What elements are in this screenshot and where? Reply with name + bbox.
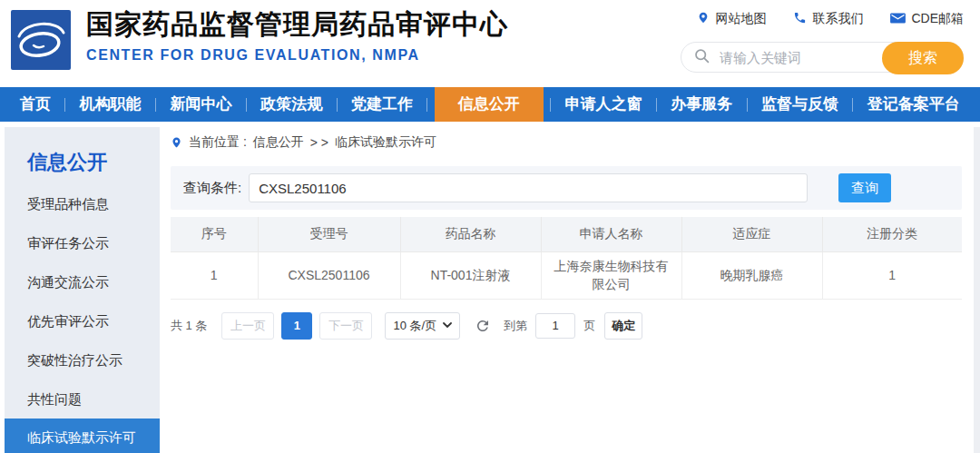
query-label: 查询条件:	[183, 180, 241, 197]
pagination-bar: 共 1 条 上一页 1 下一页 10 条/页 到第 页 确定	[171, 312, 962, 340]
nav-separator	[64, 98, 65, 112]
col-header-applicant: 申请人名称	[541, 217, 681, 251]
mail-label: CDE邮箱	[911, 11, 964, 27]
table-header-row: 序号 受理号 药品名称 申请人名称 适应症 注册分类	[171, 217, 962, 251]
content-area: 信息公开 受理品种信息 审评任务公示 沟通交流公示 优先审评公示 突破性治疗公示…	[0, 127, 980, 453]
chevron-down-icon	[443, 322, 452, 329]
goto-confirm-button[interactable]: 确定	[604, 312, 642, 340]
contact-label: 联系我们	[812, 11, 863, 27]
nav-separator	[246, 98, 247, 112]
nav-item-supervision[interactable]: 监督与反馈	[754, 87, 846, 122]
nav-separator	[852, 98, 853, 112]
goto-page-prefix: 到第	[504, 318, 527, 334]
sidebar: 信息公开 受理品种信息 审评任务公示 沟通交流公示 优先审评公示 突破性治疗公示…	[5, 127, 160, 453]
cell-seq: 1	[171, 251, 258, 299]
breadcrumb-current[interactable]: 临床试验默示许可	[335, 134, 436, 151]
nav-separator	[550, 98, 551, 112]
table-row: 1 CXSL2501106 NT-001注射液 上海奈康生物科技有限公司 晚期乳…	[171, 251, 962, 299]
breadcrumb-section[interactable]: 信息公开	[253, 134, 304, 151]
main-panel: 当前位置 : 信息公开 > > 临床试验默示许可 查询条件: 查询 序号 受理号…	[160, 127, 980, 453]
goto-page-input[interactable]	[535, 313, 575, 339]
col-header-seq: 序号	[171, 217, 258, 251]
site-search: 搜索	[681, 42, 964, 73]
nav-item-home[interactable]: 首页	[13, 87, 58, 122]
col-header-acceptance-no: 受理号	[258, 217, 400, 251]
cell-acceptance-no: CXSL2501106	[258, 251, 400, 299]
sitemap-link[interactable]: 网站地图	[697, 10, 766, 28]
search-icon	[693, 47, 710, 68]
nav-item-applicant-window[interactable]: 申请人之窗	[558, 87, 650, 122]
nav-item-services[interactable]: 办事服务	[663, 87, 740, 122]
nav-item-registration-platform[interactable]: 登记备案平台	[860, 87, 967, 122]
page-size-value: 10 条/页	[393, 318, 436, 334]
sitemap-label: 网站地图	[715, 11, 766, 27]
breadcrumb-prefix: 当前位置 :	[189, 134, 247, 151]
page-size-select[interactable]: 10 条/页	[385, 312, 460, 340]
site-title: 国家药品监督管理局药品审评中心	[86, 6, 508, 44]
cell-indication: 晚期乳腺癌	[681, 251, 822, 299]
col-header-registration-class: 注册分类	[822, 217, 962, 251]
breadcrumb: 当前位置 : 信息公开 > > 临床试验默示许可	[171, 134, 962, 151]
nav-separator	[155, 98, 156, 112]
sidebar-item-communication[interactable]: 沟通交流公示	[5, 262, 160, 301]
query-input[interactable]	[249, 173, 808, 202]
phone-icon	[793, 11, 807, 27]
cell-registration-class: 1	[822, 251, 962, 299]
site-search-button[interactable]: 搜索	[882, 42, 964, 74]
page-1-button[interactable]: 1	[281, 312, 312, 340]
query-button[interactable]: 查询	[838, 173, 891, 202]
cell-drug-name: NT-001注射液	[400, 251, 541, 299]
nav-item-policies[interactable]: 政策法规	[253, 87, 329, 122]
nav-separator	[426, 98, 427, 112]
mail-icon	[890, 12, 906, 27]
col-header-drug-name: 药品名称	[400, 217, 541, 251]
location-pin-icon	[171, 135, 182, 150]
scrollbar-track[interactable]	[974, 127, 980, 453]
nav-item-party[interactable]: 党建工作	[344, 87, 420, 122]
cell-applicant: 上海奈康生物科技有限公司	[541, 251, 681, 299]
refresh-icon[interactable]	[475, 318, 491, 334]
col-header-indication: 适应症	[681, 217, 822, 251]
main-nav: 首页 机构职能 新闻中心 政策法规 党建工作 信息公开 申请人之窗 办事服务 监…	[0, 87, 980, 122]
nav-item-news[interactable]: 新闻中心	[163, 87, 240, 122]
nav-item-info-disclosure[interactable]: 信息公开	[435, 87, 544, 122]
pagination-total: 共 1 条	[171, 318, 207, 334]
nav-separator	[337, 98, 338, 112]
nav-item-functions[interactable]: 机构职能	[73, 87, 149, 122]
next-page-button[interactable]: 下一页	[319, 312, 372, 340]
query-panel: 查询条件: 查询	[171, 166, 962, 210]
sidebar-item-priority-review[interactable]: 优先审评公示	[5, 301, 160, 340]
sidebar-item-breakthrough-therapy[interactable]: 突破性治疗公示	[5, 340, 160, 379]
prev-page-button[interactable]: 上一页	[221, 312, 274, 340]
breadcrumb-separator: > >	[310, 135, 328, 150]
results-table: 序号 受理号 药品名称 申请人名称 适应症 注册分类 1 CXSL2501106…	[171, 217, 962, 300]
cde-logo	[11, 10, 71, 70]
sidebar-title: 信息公开	[5, 127, 160, 184]
sidebar-item-common-issues[interactable]: 共性问题	[5, 379, 160, 419]
sidebar-item-clinical-trial-implied-license[interactable]: 临床试验默示许可	[5, 419, 160, 453]
location-pin-icon	[697, 10, 710, 28]
site-header: 国家药品监督管理局药品审评中心 CENTER FOR DRUG EVALUATI…	[0, 0, 980, 87]
site-subtitle: CENTER FOR DRUG EVALUATION, NMPA	[86, 47, 508, 64]
nav-separator	[656, 98, 657, 112]
mail-link[interactable]: CDE邮箱	[890, 11, 964, 27]
header-utility-links: 网站地图 联系我们 CDE邮箱	[697, 10, 964, 28]
nav-separator	[747, 98, 748, 112]
sidebar-item-accepted-varieties[interactable]: 受理品种信息	[5, 184, 160, 223]
site-titles: 国家药品监督管理局药品审评中心 CENTER FOR DRUG EVALUATI…	[86, 6, 508, 64]
goto-page-suffix: 页	[583, 318, 595, 334]
sidebar-item-review-tasks[interactable]: 审评任务公示	[5, 223, 160, 262]
contact-link[interactable]: 联系我们	[793, 11, 863, 27]
